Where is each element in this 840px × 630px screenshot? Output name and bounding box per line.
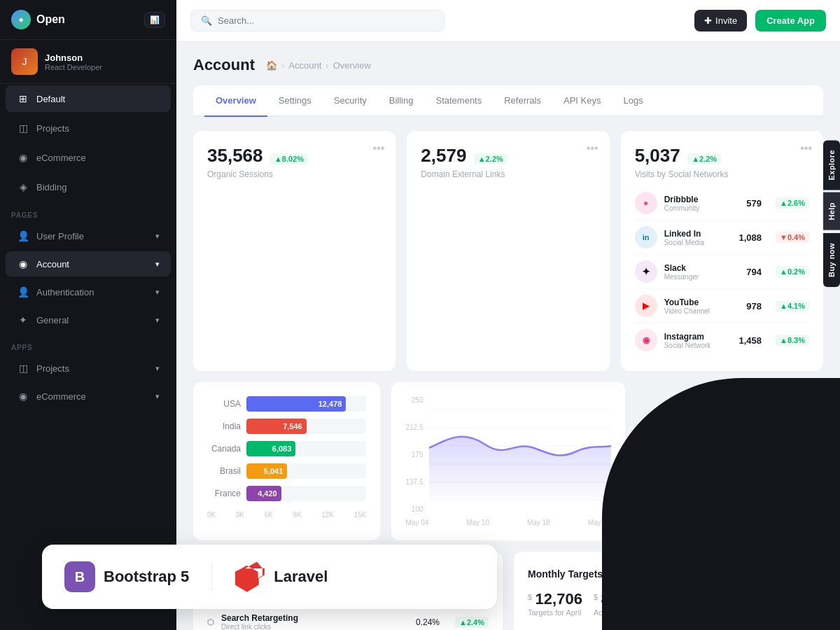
social-name: Slack	[664, 263, 740, 273]
stat-menu[interactable]: •••	[800, 142, 812, 155]
social-count: 794	[746, 267, 762, 277]
social-count: 579	[746, 198, 762, 209]
y-label: 175	[405, 451, 423, 458]
laravel-item: Laravel	[234, 561, 328, 592]
user-card[interactable]: J Johnson React Developer	[0, 40, 176, 84]
stat-domain-links: ••• 2,579 ▲2.2% Domain External Links	[407, 131, 609, 371]
explore-tab[interactable]: Explore	[823, 140, 840, 190]
sidebar: ● Open 📊 J Johnson React Developer ⊞ Def…	[0, 0, 176, 630]
social-name: YouTube	[664, 298, 740, 307]
search-box[interactable]: 🔍	[190, 10, 444, 31]
youtube-logo: ▶	[635, 295, 657, 317]
monthly-targets-card: Monthly Targets 📅 18 Jan 2023 - 16 Feb 2…	[514, 552, 823, 630]
social-type: Social Network	[664, 342, 732, 349]
logo-icon: ●	[11, 10, 31, 29]
bar-axis: 0K3K6K9K12K15K	[207, 508, 366, 519]
help-tab[interactable]: Help	[823, 192, 840, 230]
projects-app-icon: ◫	[17, 362, 29, 374]
x-label: May 04	[405, 519, 428, 526]
social-item-instagram: ◉ Instagram Social Network 1,458 ▲8.3%	[635, 323, 809, 357]
stat-label: Visits by Social Networks	[635, 169, 809, 179]
bar-label: India	[207, 421, 241, 431]
instagram-logo: ◉	[635, 329, 657, 351]
chart-badge: 📊	[144, 12, 165, 28]
bar-chart-card: USA 12,478 India 7,546 Canada 6,083	[193, 382, 380, 540]
stat-menu[interactable]: •••	[587, 142, 598, 155]
invite-button[interactable]: ✚ Invite	[694, 10, 747, 31]
stat-number: 5,037	[635, 145, 680, 166]
user-icon: 👤	[17, 230, 29, 242]
sidebar-item-ecommerce-nav[interactable]: ◉ eCommerce	[6, 144, 171, 171]
apps-section-label: APPS	[0, 334, 176, 354]
stat-menu[interactable]: •••	[373, 142, 385, 155]
targets-amount: 12,706	[536, 590, 582, 608]
social-count: 978	[746, 301, 762, 312]
calendar-icon: 📅	[696, 569, 706, 578]
stat-label: Organic Sessions	[207, 169, 382, 179]
retarget-sub: Direct link clicks	[221, 623, 409, 630]
search-input[interactable]	[218, 15, 434, 26]
social-name: Linked In	[664, 229, 732, 239]
sidebar-item-projects-app[interactable]: ◫ Projects ▾	[6, 356, 171, 381]
sidebar-item-general[interactable]: ✦ General ▾	[6, 307, 171, 332]
page-content: Account 🏠 › Account › Overview Overview …	[176, 42, 840, 630]
line-chart-svg	[429, 410, 611, 500]
breadcrumb-account[interactable]: Account	[288, 60, 321, 71]
stats-grid: ••• 35,568 ▲8.02% Organic Sessions ••• 2…	[193, 131, 823, 371]
bar-label: France	[207, 489, 241, 498]
create-app-button[interactable]: Create App	[755, 10, 826, 31]
tab-logs[interactable]: Logs	[612, 85, 654, 117]
bootstrap-icon: B	[64, 561, 95, 592]
plus-icon: ✚	[704, 15, 712, 26]
tab-settings[interactable]: Settings	[267, 85, 323, 117]
tab-statements[interactable]: Statements	[424, 85, 493, 117]
bootstrap-label: Bootstrap 5	[104, 568, 189, 586]
breadcrumb: 🏠 › Account › Overview	[266, 60, 371, 71]
ecommerce-icon: ◉	[17, 151, 29, 164]
bootstrap-item: B Bootstrap 5	[64, 561, 189, 592]
sidebar-item-account[interactable]: ◉ Account ▾	[6, 251, 171, 276]
tab-overview[interactable]: Overview	[204, 85, 267, 117]
page-title: Account	[193, 56, 255, 74]
sidebar-item-default[interactable]: ⊞ Default	[6, 85, 171, 112]
bar-row-france: France 4,420	[207, 486, 366, 501]
sidebar-item-user-profile[interactable]: 👤 User Profile ▾	[6, 223, 171, 248]
bar-row-brasil: Brasil 5,041	[207, 463, 366, 479]
general-icon: ✦	[17, 314, 29, 326]
linkedin-logo: in	[635, 226, 657, 248]
retarget-item-1: Search Retargeting Direct link clicks 0.…	[207, 606, 489, 630]
stat-label: Domain External Links	[421, 169, 595, 179]
sidebar-item-projects-nav[interactable]: ◫ Projects	[6, 115, 171, 141]
sidebar-item-label: Bidding	[36, 182, 66, 192]
date-range-badge: 📅 18 Jan 2023 - 16 Feb 2023	[689, 566, 809, 582]
sidebar-item-label: General	[36, 315, 69, 326]
bar-label: Brasil	[207, 466, 241, 476]
sidebar-item-ecommerce-app[interactable]: ◉ eCommerce ▾	[6, 384, 171, 409]
retarget-name: Search Retargeting	[221, 613, 409, 623]
x-label: May 26	[588, 519, 611, 526]
tab-api-keys[interactable]: API Keys	[552, 85, 612, 117]
tab-referrals[interactable]: Referrals	[493, 85, 552, 117]
social-item-youtube: ▶ YouTube Video Channel 978 ▲4.1%	[635, 289, 809, 323]
stat-organic-sessions: ••• 35,568 ▲8.02% Organic Sessions	[193, 131, 396, 371]
dribbble-logo: ●	[635, 192, 657, 214]
pages-section-label: PAGES	[0, 202, 176, 222]
tab-security[interactable]: Security	[323, 85, 378, 117]
buy-tab[interactable]: Buy now	[823, 233, 840, 287]
tab-billing[interactable]: Billing	[378, 85, 425, 117]
chevron-down-icon: ▾	[155, 288, 160, 297]
home-icon[interactable]: 🏠	[266, 60, 277, 71]
sidebar-item-label: eCommerce	[36, 153, 86, 163]
social-badge: ▼0.4%	[776, 232, 809, 243]
social-badge: ▲8.3%	[776, 335, 809, 346]
stat-number: 35,568	[207, 145, 263, 166]
bar-row-canada: Canada 6,083	[207, 441, 366, 456]
chevron-down-icon: ▾	[155, 260, 160, 269]
sidebar-item-bidding-nav[interactable]: ◈ Bidding	[6, 174, 171, 200]
bar-track: 4,420	[246, 486, 366, 501]
social-name: Dribbble	[664, 195, 740, 204]
retarget-pct: 0.24%	[416, 617, 440, 627]
sidebar-item-label: Account	[36, 259, 69, 270]
line-chart-card: 250 212.5 175 137.5 100	[391, 382, 624, 540]
sidebar-item-authentication[interactable]: 👤 Authentication ▾	[6, 279, 171, 304]
